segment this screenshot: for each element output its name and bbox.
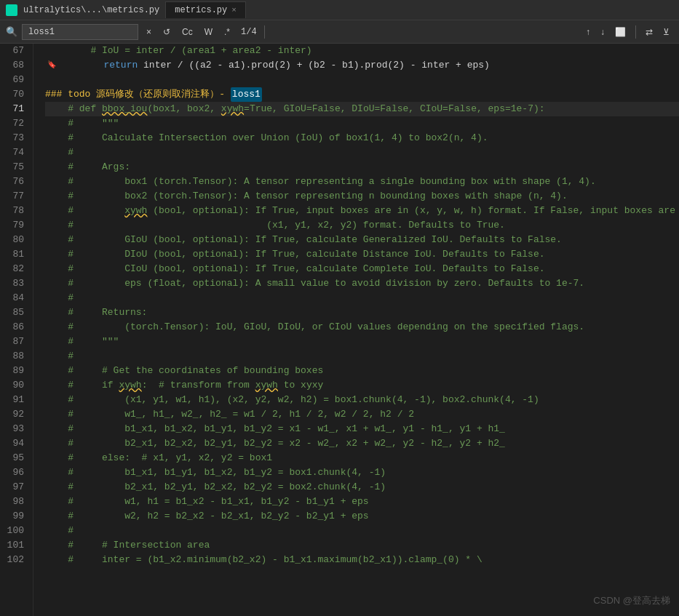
editor: 67 68 69 70 71 72 73 74 75 76 77 78 79 8… (0, 44, 679, 616)
code-line-70: ### todo 源码修改（还原则取消注释）- loss1 (45, 87, 679, 102)
code-text: # (45, 524, 74, 538)
close-search-button[interactable]: × (143, 25, 155, 39)
code-line-90: # if xywh: # transform from xywh to xyxy (45, 378, 679, 393)
code-text: # b1_x1, b1_y1, b1_x2, b1_y2 = box1.chun… (45, 465, 386, 480)
code-content[interactable]: # IoU = inter / (area1 + area2 - inter) … (33, 44, 679, 616)
code-text: # if (45, 378, 119, 393)
whole-word-button[interactable]: W (201, 25, 216, 39)
code-line-72: # """ (45, 116, 679, 131)
code-text: # CIoU (bool, optional): If True, calcul… (45, 262, 545, 276)
filter-button[interactable]: ⊻ (659, 25, 673, 39)
line-num-84: 84 (6, 291, 24, 305)
app-title: ultralytics\...\metrics.py (23, 5, 159, 15)
code-line-91: # (x1, y1, w1, h1), (x2, y2, w2, h2) = b… (45, 393, 679, 407)
todo-text: ### todo 源码修改（还原则取消注释）- (45, 87, 231, 102)
code-text2: : # transform from (142, 378, 255, 393)
code-text: # Args: (45, 160, 130, 175)
code-line-75: # Args: (45, 160, 679, 175)
prev-match-button[interactable]: ↑ (582, 25, 594, 39)
line-num-87: 87 (6, 335, 24, 349)
refresh-search-button[interactable]: ↺ (159, 25, 174, 39)
xywh-param: xywh (221, 102, 244, 116)
code-line-83: # eps (float, optional): A small value t… (45, 276, 679, 291)
code-line-73: # Calculate Intersection over Union (IoU… (45, 131, 679, 145)
line-num-102: 102 (6, 553, 24, 567)
title-bar: ultralytics\...\metrics.py metrics.py × (0, 0, 679, 20)
code-text: # # Get the coordinates of bounding boxe… (45, 364, 323, 378)
code-line-101: # # Intersection area (45, 538, 679, 553)
code-text: # DIoU (bool, optional): If True, calcul… (45, 247, 545, 262)
line-num-69: 69 (6, 73, 24, 87)
code-text: # (45, 291, 74, 305)
code-line-88: # (45, 349, 679, 364)
line-num-78: 78 (6, 204, 24, 218)
line-num-71: 71 (6, 102, 24, 116)
line-num-92: 92 (6, 407, 24, 422)
line-num-70: 70 (6, 87, 24, 102)
code-text: # (45, 145, 74, 160)
line-num-93: 93 (6, 422, 24, 436)
bookmark-icon: 🔖 (45, 58, 58, 73)
line-num-72: 72 (6, 116, 24, 131)
code-text: # w1_, h1_, w2_, h2_ = w1 / 2, h1 / 2, w… (45, 407, 414, 422)
xywh-ref: xywh (119, 378, 141, 393)
toolbar-separator2 (635, 25, 636, 39)
code-line-74: # (45, 145, 679, 160)
code-line-76: # box1 (torch.Tensor): A tensor represen… (45, 175, 679, 189)
line-num-79: 79 (6, 218, 24, 233)
code-text: # (45, 349, 74, 364)
line-num-100: 100 (6, 524, 24, 538)
code-text: # def (45, 102, 102, 116)
code-line-95: # else: # x1, y1, x2, y2 = box1 (45, 451, 679, 465)
search-input[interactable] (22, 24, 138, 40)
toggle-replace-button[interactable]: ⇄ (642, 25, 656, 39)
line-num-82: 82 (6, 262, 24, 276)
regex-button[interactable]: .* (221, 25, 234, 39)
code-line-71: # def bbox_iou(box1, box2, xywh=True, GI… (45, 102, 679, 116)
code-text: # else: # x1, y1, x2, y2 = box1 (45, 451, 272, 465)
app-logo (6, 4, 17, 16)
code-line-92: # w1_, h1_, w2_, h2_ = w1 / 2, h1 / 2, w… (45, 407, 679, 422)
line-num-88: 88 (6, 349, 24, 364)
next-match-button[interactable]: ↓ (597, 25, 608, 39)
code-text: # Returns: (45, 305, 147, 320)
line-num-76: 76 (6, 175, 24, 189)
code-text: # GIoU (bool, optional): If True, calcul… (45, 233, 562, 247)
code-line-81: # DIoU (bool, optional): If True, calcul… (45, 247, 679, 262)
code-text: # b1_x1, b1_x2, b1_y1, b1_y2 = x1 - w1_,… (45, 422, 505, 436)
line-num-73: 73 (6, 131, 24, 145)
code-line-97: # b2_x1, b2_y1, b2_x2, b2_y2 = box2.chun… (45, 480, 679, 495)
toolbar-separator (264, 25, 265, 39)
search-icon: 🔍 (6, 26, 17, 38)
code-text: # (x1, y1, w1, h1), (x2, y2, w2, h2) = b… (45, 393, 539, 407)
line-num-80: 80 (6, 233, 24, 247)
toolbar-right: ↑ ↓ ⬜ ⇄ ⊻ (582, 25, 673, 39)
code-text: # w1, h1 = b1_x2 - b1_x1, b1_y2 - b1_y1 … (45, 495, 369, 509)
code-text: # """ (45, 116, 119, 131)
code-line-82: # CIoU (bool, optional): If True, calcul… (45, 262, 679, 276)
match-count: 1/4 (241, 27, 257, 37)
select-all-button[interactable]: ⬜ (611, 25, 630, 39)
code-line-94: # b2_x1, b2_x2, b2_y1, b2_y2 = x2 - w2_,… (45, 436, 679, 451)
line-num-90: 90 (6, 378, 24, 393)
code-line-86: # (torch.Tensor): IoU, GIoU, DIoU, or CI… (45, 320, 679, 335)
editor-tab[interactable]: metrics.py × (165, 1, 246, 18)
line-num-85: 85 (6, 305, 24, 320)
code-text3: to xyxy (278, 378, 323, 393)
code-text3: =True, GIoU=False, DIoU=False, CIoU=Fals… (244, 102, 544, 116)
tab-close-icon[interactable]: × (231, 6, 237, 15)
code-line-98: # w1, h1 = b1_x2 - b1_x1, b1_y2 - b1_y1 … (45, 495, 679, 509)
code-text: # # Intersection area (45, 538, 210, 553)
line-num-67: 67 (6, 44, 24, 58)
line-num-89: 89 (6, 364, 24, 378)
code-line-77: # box2 (torch.Tensor): A tensor represen… (45, 189, 679, 204)
code-area: 67 68 69 70 71 72 73 74 75 76 77 78 79 8… (0, 44, 679, 616)
highlight-loss1: loss1 (231, 87, 262, 102)
line-num-83: 83 (6, 276, 24, 291)
case-sensitive-button[interactable]: Cc (178, 25, 196, 39)
code-line-93: # b1_x1, b1_x2, b1_y1, b1_y2 = x1 - w1_,… (45, 422, 679, 436)
code-line-102: # inter = (b1_x2.minimum(b2_x2) - b1_x1.… (45, 553, 679, 567)
code-line-100: # (45, 524, 679, 538)
code-text: # inter = (b1_x2.minimum(b2_x2) - b1_x1.… (45, 553, 483, 567)
xywh-ref2: xywh (255, 378, 278, 393)
